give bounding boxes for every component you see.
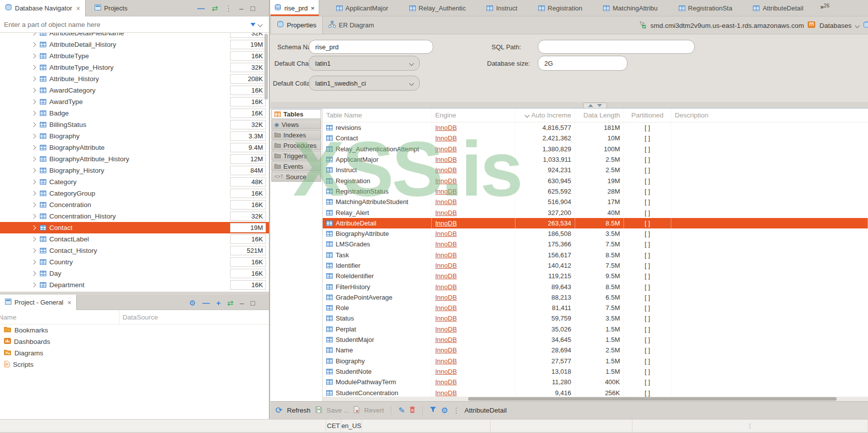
tree-item[interactable]: Country 16K [0, 256, 269, 268]
horizontal-sash[interactable] [270, 102, 868, 108]
column-header-table-name[interactable]: Table Name [323, 108, 432, 122]
engine-link[interactable]: InnoDB [435, 198, 457, 206]
expand-chevron-icon[interactable] [31, 180, 36, 185]
engine-cell[interactable]: InnoDB [432, 271, 515, 281]
tree-item[interactable]: AttributeType_History 32K [0, 62, 269, 73]
schema-name-field[interactable]: rise_prd [309, 40, 433, 54]
tree-scrollbar[interactable] [264, 34, 268, 100]
editor-tab[interactable]: ApplicantMajor [332, 0, 392, 16]
expand-chevron-icon[interactable] [31, 100, 36, 105]
collapse-down-icon[interactable] [597, 104, 602, 107]
tree-item[interactable]: AttributeType 16K [0, 50, 269, 62]
engine-link[interactable]: InnoDB [435, 325, 457, 333]
engine-link[interactable]: InnoDB [435, 346, 457, 354]
table-row[interactable]: Relay_AuthenticationAttempt InnoDB 1,380… [323, 144, 868, 154]
object-category-tab[interactable]: Events [271, 161, 321, 171]
engine-cell[interactable]: InnoDB [432, 292, 515, 303]
save-icon[interactable] [315, 406, 322, 415]
gear-icon[interactable]: ⚙ [441, 407, 448, 415]
expand-chevron-icon[interactable] [31, 260, 36, 265]
engine-link[interactable]: InnoDB [435, 294, 457, 301]
tab-er-diagram[interactable]: ER Diagram [323, 16, 380, 34]
filter-icon[interactable] [430, 407, 436, 414]
engine-link[interactable]: InnoDB [435, 315, 457, 322]
column-header-name[interactable]: Name [0, 310, 120, 324]
close-icon[interactable]: × [311, 4, 315, 12]
expand-chevron-icon[interactable] [31, 88, 36, 93]
engine-link[interactable]: InnoDB [435, 336, 457, 343]
table-row[interactable]: Biography InnoDB 27,577 1.5M [ ] [323, 356, 868, 366]
expand-chevron-icon[interactable] [31, 54, 36, 59]
editor-tab[interactable]: Registration [534, 0, 586, 16]
tree-item[interactable]: Department 16K [0, 279, 269, 291]
engine-link[interactable]: InnoDB [435, 166, 457, 174]
engine-cell[interactable]: InnoDB [432, 144, 515, 154]
tree-item[interactable]: Contact_History 521M [0, 245, 269, 256]
minimize-icon[interactable]: – [240, 4, 244, 12]
tree-item[interactable]: CategoryGroup 16K [0, 188, 269, 199]
expand-chevron-icon[interactable] [31, 122, 36, 127]
engine-link[interactable]: InnoDB [435, 389, 457, 397]
tree-item[interactable]: Attribute_History 208K [0, 73, 269, 85]
engine-cell[interactable]: InnoDB [432, 165, 515, 175]
filter-icon[interactable] [250, 23, 255, 26]
expand-chevron-icon[interactable] [31, 65, 36, 70]
table-row[interactable]: GradePointAverage InnoDB 88,213 6.5M [ ] [323, 292, 868, 303]
table-row[interactable]: Instruct InnoDB 924,231 2.5M [ ] [323, 165, 868, 175]
table-row[interactable]: Identifier InnoDB 140,412 7.5M [ ] [323, 260, 868, 271]
project-item[interactable]: Scripts [0, 359, 269, 370]
collation-dropdown[interactable]: latin1_swedish_ci [309, 76, 420, 91]
chevron-down-icon[interactable] [258, 22, 263, 27]
table-row[interactable]: StudentMajor InnoDB 34,645 1.5M [ ] [323, 334, 868, 345]
close-icon[interactable]: × [76, 4, 80, 12]
maximize-icon[interactable]: □ [250, 4, 255, 12]
object-category-tab[interactable]: <>T Source [271, 172, 321, 182]
pencil-icon[interactable]: ✎ [398, 407, 405, 415]
tree-item[interactable]: Category 48K [0, 176, 269, 188]
save-button[interactable]: Save ... [327, 407, 350, 414]
gear-icon[interactable]: ⚙ [189, 299, 196, 307]
table-row[interactable]: Registration InnoDB 630,945 19M [ ] [323, 175, 868, 186]
tree-item[interactable]: Contact 19M [0, 222, 269, 233]
project-item[interactable]: Diagrams [0, 347, 269, 359]
link-editor-icon[interactable]: ⇄ [227, 299, 234, 307]
connection-host[interactable]: smd.cmi3dtm2v9um.us-east-1.rds.amazonaws… [650, 22, 804, 29]
engine-cell[interactable]: InnoDB [432, 356, 515, 366]
object-category-tab[interactable]: Procedures [271, 140, 321, 150]
expand-chevron-icon[interactable] [31, 157, 36, 162]
column-header-datasource[interactable]: DataSource [120, 314, 158, 321]
refresh-icon[interactable]: ⟳ [275, 406, 282, 415]
engine-cell[interactable]: InnoDB [432, 313, 515, 324]
engine-link[interactable]: InnoDB [435, 230, 457, 237]
collapse-all-icon[interactable]: — [202, 299, 210, 307]
expand-chevron-icon[interactable] [31, 77, 36, 82]
trash-icon[interactable] [409, 406, 415, 415]
engine-cell[interactable]: InnoDB [432, 377, 515, 387]
table-row[interactable]: RegistrationStatus InnoDB 625,592 28M [ … [323, 186, 868, 197]
refresh-button[interactable]: Refresh [287, 407, 310, 414]
tree-item[interactable]: Day 16K [0, 268, 269, 279]
engine-link[interactable]: InnoDB [435, 188, 457, 195]
expand-chevron-icon[interactable] [31, 33, 36, 35]
tree-item[interactable]: BiographyAttribute 9.4M [0, 142, 269, 153]
expand-chevron-icon[interactable] [31, 271, 36, 276]
engine-cell[interactable]: InnoDB [432, 324, 515, 334]
table-row[interactable]: Status InnoDB 59,759 3.5M [ ] [323, 313, 868, 324]
collapse-all-icon[interactable]: — [197, 4, 205, 12]
engine-cell[interactable]: InnoDB [432, 133, 515, 143]
column-header-partitioned[interactable]: Partitioned [624, 108, 671, 122]
engine-cell[interactable]: InnoDB [432, 154, 515, 165]
column-header-auto-increment[interactable]: Auto Increme [515, 108, 575, 122]
engine-link[interactable]: InnoDB [435, 145, 457, 153]
engine-link[interactable]: InnoDB [435, 262, 457, 269]
engine-link[interactable]: InnoDB [435, 304, 457, 312]
expand-chevron-icon[interactable] [31, 168, 36, 173]
expand-chevron-icon[interactable] [31, 42, 36, 47]
tab-projects[interactable]: Projects [90, 0, 132, 16]
engine-link[interactable]: InnoDB [435, 272, 457, 280]
engine-cell[interactable]: InnoDB [432, 250, 515, 260]
editor-tab[interactable]: rise_prd × [270, 0, 319, 16]
column-header-description[interactable]: Description [671, 108, 868, 122]
expand-chevron-icon[interactable] [31, 191, 36, 196]
minimize-icon[interactable]: – [240, 299, 244, 307]
